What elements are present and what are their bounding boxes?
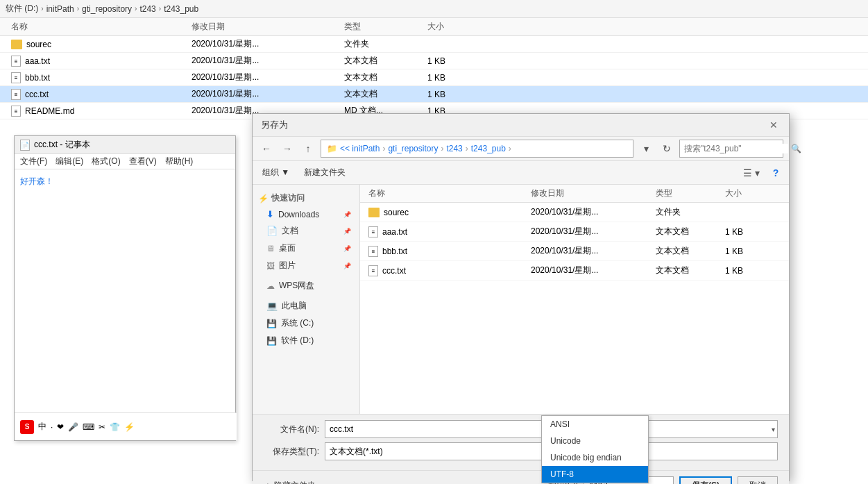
desktop-icon: 🖥 bbox=[266, 244, 275, 253]
quick-access-section: ⚡ 快速访问 ⬇ Downloads 📌 📄 文档 📌 🖥 桌面 📌 bbox=[253, 190, 359, 274]
cancel-button[interactable]: 取消 bbox=[738, 476, 778, 484]
bg-breadcrumb: 软件 (D:) › initPath › gti_repository › t2… bbox=[0, 0, 868, 18]
hide-folder-toggle[interactable]: ▲ 隐藏文件夹 bbox=[264, 480, 316, 485]
filename-row: 文件名(N): ▾ bbox=[264, 420, 778, 438]
filetype-row: 保存类型(T): 文本文档(*.txt) bbox=[264, 442, 778, 460]
file-icon: ≡ bbox=[11, 56, 21, 67]
file-icon: ≡ bbox=[368, 226, 378, 237]
folder-icon bbox=[368, 208, 380, 217]
bg-file-row[interactable]: ≡bbb.txt 2020/10/31/星期... 文本文档 1 KB bbox=[0, 69, 868, 86]
breadcrumb-part[interactable]: t243 bbox=[446, 144, 462, 153]
breadcrumb-bar[interactable]: 📁 << initPath › gti_repository › t243 › … bbox=[321, 140, 633, 158]
drive-c-icon: 💾 bbox=[266, 319, 277, 328]
pc-section: 💻 此电脑 💾 系统 (C:) 💾 软件 (D:) bbox=[253, 297, 359, 349]
dialog-titlebar: 另存为 ✕ bbox=[253, 114, 789, 137]
view-button[interactable]: ☰ ▾ bbox=[739, 165, 764, 181]
search-input[interactable] bbox=[684, 144, 788, 153]
file-icon: ≡ bbox=[11, 89, 21, 100]
dialog-sidebar: ⚡ 快速访问 ⬇ Downloads 📌 📄 文档 📌 🖥 桌面 📌 bbox=[253, 185, 360, 414]
menu-file[interactable]: 文件(F) bbox=[20, 156, 47, 167]
up-button[interactable]: ↑ bbox=[300, 140, 316, 157]
notepad-titlebar: 📄 ccc.txt - 记事本 bbox=[15, 136, 235, 154]
sidebar-item-pictures[interactable]: 🖼 图片 📌 bbox=[253, 257, 359, 274]
dialog-form: 文件名(N): ▾ 保存类型(T): 文本文档(*.txt) bbox=[253, 414, 789, 470]
sidebar-item-drive-c[interactable]: 💾 系统 (C:) bbox=[253, 315, 359, 332]
dialog-nav-toolbar: ← → ↑ 📁 << initPath › gti_repository › t… bbox=[253, 137, 789, 161]
filetype-label: 保存类型(T): bbox=[264, 446, 319, 458]
help-button[interactable]: ? bbox=[768, 165, 783, 181]
new-folder-button[interactable]: 新建文件夹 bbox=[298, 164, 352, 181]
doc-icon: 📄 bbox=[266, 226, 278, 236]
pictures-icon: 🖼 bbox=[266, 261, 275, 271]
dropdown-button[interactable]: ▾ bbox=[638, 140, 654, 157]
filename-label: 文件名(N): bbox=[264, 424, 319, 435]
file-row-ccc[interactable]: ≡ccc.txt 2020/10/31/星期... 文本文档 1 KB bbox=[360, 261, 789, 281]
pin-icon: 📌 bbox=[343, 228, 351, 235]
bg-file-row[interactable]: ≡aaa.txt 2020/10/31/星期... 文本文档 1 KB bbox=[0, 53, 868, 69]
refresh-button[interactable]: ↻ bbox=[658, 140, 675, 157]
encoding-popup: ANSI Unicode Unicode big endian UTF-8 bbox=[541, 415, 649, 483]
dialog-filelist: 名称 修改日期 类型 大小 sourec 2020/10/31/星期... 文件… bbox=[360, 185, 789, 414]
notepad-window: 📄 ccc.txt - 记事本 文件(F) 编辑(E) 格式(O) 查看(V) … bbox=[14, 135, 236, 441]
file-row-aaa[interactable]: ≡aaa.txt 2020/10/31/星期... 文本文档 1 KB bbox=[360, 222, 789, 242]
back-button[interactable]: ← bbox=[258, 140, 275, 157]
save-as-dialog: 另存为 ✕ ← → ↑ 📁 << initPath › gti_reposito… bbox=[252, 113, 790, 481]
pc-icon: 💻 bbox=[266, 301, 278, 311]
sidebar-item-drive-d[interactable]: 💾 软件 (D:) bbox=[253, 332, 359, 349]
menu-view[interactable]: 查看(V) bbox=[129, 156, 157, 167]
encoding-option-unicode[interactable]: Unicode bbox=[542, 433, 648, 449]
dialog-title: 另存为 bbox=[261, 119, 288, 131]
sidebar-item-documents[interactable]: 📄 文档 📌 bbox=[253, 222, 359, 240]
pin-icon: 📌 bbox=[343, 245, 351, 252]
notepad-content: 好开森！ bbox=[15, 169, 235, 193]
sidebar-item-downloads[interactable]: ⬇ Downloads 📌 bbox=[253, 206, 359, 222]
encoding-option-ansi[interactable]: ANSI bbox=[542, 416, 648, 433]
sogou-icon: S bbox=[20, 420, 34, 434]
folder-icon bbox=[11, 40, 22, 49]
menu-format[interactable]: 格式(O) bbox=[92, 156, 120, 167]
file-icon: ≡ bbox=[368, 246, 378, 257]
wps-icon: ☁ bbox=[266, 281, 275, 291]
dialog-action-toolbar: 组织 ▼ 新建文件夹 ☰ ▾ ? bbox=[253, 161, 789, 185]
file-row-sourec[interactable]: sourec 2020/10/31/星期... 文件夹 bbox=[360, 203, 789, 222]
filelist-header: 名称 修改日期 类型 大小 bbox=[360, 185, 789, 203]
bg-file-row-selected[interactable]: ≡ccc.txt 2020/10/31/星期... 文本文档 1 KB bbox=[0, 86, 868, 103]
encoding-option-unicode-be[interactable]: Unicode big endian bbox=[542, 449, 648, 466]
file-icon: ≡ bbox=[11, 106, 21, 117]
dialog-body: ⚡ 快速访问 ⬇ Downloads 📌 📄 文档 📌 🖥 桌面 📌 bbox=[253, 185, 789, 414]
sidebar-item-desktop[interactable]: 🖥 桌面 📌 bbox=[253, 240, 359, 257]
save-button[interactable]: 保存(S) bbox=[679, 476, 732, 484]
quick-access-header: ⚡ 快速访问 bbox=[253, 190, 359, 206]
pin-icon: 📌 bbox=[343, 211, 351, 218]
breadcrumb-part[interactable]: t243_pub bbox=[471, 144, 506, 153]
notepad-title: ccc.txt - 记事本 bbox=[34, 139, 90, 151]
wps-section: ☁ WPS网盘 bbox=[253, 277, 359, 294]
search-icon: 🔍 bbox=[791, 144, 801, 153]
menu-help[interactable]: 帮助(H) bbox=[165, 156, 194, 167]
sidebar-item-wps[interactable]: ☁ WPS网盘 bbox=[253, 277, 359, 294]
notepad-taskbar: S 中 · ❤ 🎤 ⌨ ✂ 👕 ⚡ bbox=[15, 412, 237, 440]
download-icon: ⬇ bbox=[266, 209, 274, 219]
file-icon: ≡ bbox=[11, 72, 21, 83]
notepad-menubar: 文件(F) 编辑(E) 格式(O) 查看(V) 帮助(H) bbox=[15, 154, 235, 169]
menu-edit[interactable]: 编辑(E) bbox=[56, 156, 83, 167]
filename-dropdown-arrow: ▾ bbox=[772, 426, 775, 433]
encoding-option-utf8[interactable]: UTF-8 bbox=[542, 466, 648, 483]
sidebar-item-thispc[interactable]: 💻 此电脑 bbox=[253, 297, 359, 315]
breadcrumb-part[interactable]: << initPath bbox=[340, 144, 380, 153]
file-row-bbb[interactable]: ≡bbb.txt 2020/10/31/星期... 文本文档 1 KB bbox=[360, 242, 789, 261]
organize-button[interactable]: 组织 ▼ bbox=[258, 165, 293, 181]
file-icon: ≡ bbox=[368, 265, 378, 276]
bg-file-row[interactable]: sourec 2020/10/31/星期... 文件夹 bbox=[0, 36, 868, 53]
forward-button[interactable]: → bbox=[279, 140, 296, 157]
bg-table-header: 名称 修改日期 类型 大小 bbox=[0, 18, 868, 36]
notepad-icon: 📄 bbox=[20, 140, 30, 151]
drive-d-icon: 💾 bbox=[266, 336, 277, 346]
close-button[interactable]: ✕ bbox=[767, 118, 781, 132]
dialog-action-bar: ▲ 隐藏文件夹 编码(E): ANSI Unicode Unicode big … bbox=[253, 470, 789, 484]
search-box[interactable]: 🔍 bbox=[679, 140, 783, 158]
breadcrumb-part[interactable]: gti_repository bbox=[388, 144, 438, 153]
breadcrumb-folder-icon: 📁 bbox=[327, 144, 337, 153]
pin-icon: 📌 bbox=[343, 262, 351, 269]
